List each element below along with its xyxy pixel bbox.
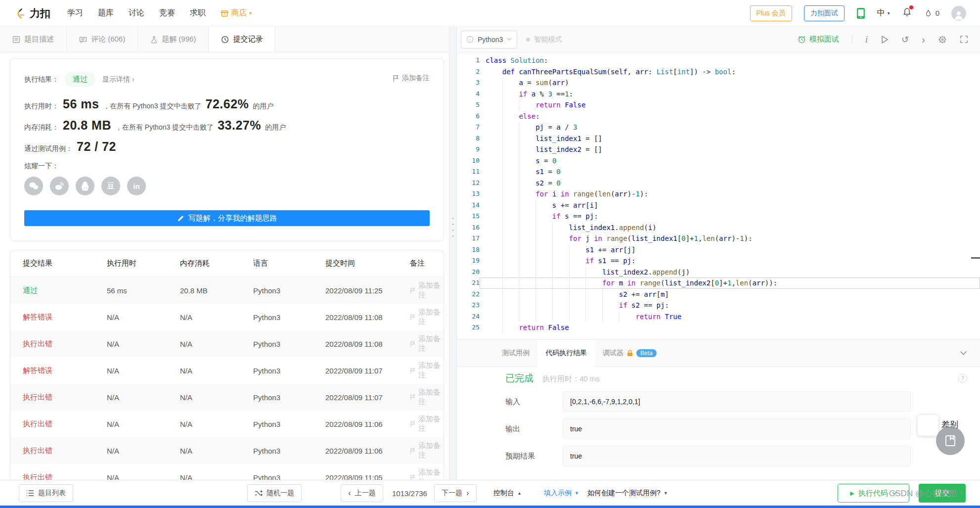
submission-row[interactable]: 执行出错N/AN/APython32022/08/09 11:06添加备注 <box>10 411 444 437</box>
menu-item-learn[interactable]: 学习 <box>67 8 83 18</box>
share-linkedin-icon[interactable]: in <box>127 177 146 195</box>
random-problem-button[interactable]: 随机一题 <box>247 484 302 502</box>
language-select[interactable]: i Python3 <box>461 31 517 48</box>
submission-row[interactable]: 执行出错N/AN/APython32022/08/09 11:05添加备注 <box>10 464 444 480</box>
row-add-note-button[interactable]: 添加备注 <box>410 308 444 326</box>
leetcode-logo[interactable]: 力扣 <box>14 6 50 20</box>
plus-member-button[interactable]: Plus 会员 <box>750 5 792 21</box>
tab-testcase[interactable]: 测试用例 <box>494 340 537 367</box>
share-weibo-icon[interactable] <box>50 177 69 195</box>
mobile-app-icon[interactable] <box>856 7 865 19</box>
row-add-note-button[interactable]: 添加备注 <box>410 388 444 407</box>
streak-counter[interactable]: 0 <box>924 8 939 19</box>
cell[interactable]: 执行出错 <box>23 393 107 402</box>
notes-floating-button[interactable] <box>936 426 965 455</box>
cell[interactable]: 执行出错 <box>23 446 107 456</box>
code-editor[interactable]: 1class Solution:2 def canThreePartsEqual… <box>457 52 980 339</box>
code-line[interactable]: 10 s = 0 <box>457 155 980 167</box>
submission-row[interactable]: 解答错误N/AN/APython32022/08/09 11:08添加备注 <box>10 304 444 330</box>
tab-debugger[interactable]: 调试器 Beta <box>595 340 665 367</box>
menu-item-contest[interactable]: 竞赛 <box>159 8 175 18</box>
row-add-note-button[interactable]: 添加备注 <box>410 281 444 300</box>
console-toggle[interactable]: 控制台 ▲ <box>493 480 522 506</box>
code-line[interactable]: 4 if a % 3 ==1: <box>457 89 980 100</box>
smart-mode-indicator[interactable]: 智能模式 <box>526 35 562 44</box>
status-badge[interactable]: 通过 <box>65 72 95 87</box>
menu-item-problems[interactable]: 题库 <box>98 8 114 18</box>
language-switcher[interactable]: 中 ▾ <box>877 8 890 18</box>
code-line[interactable]: 19 if s1 == pj: <box>457 255 980 267</box>
code-line[interactable]: 22 s2 += arr[m] <box>457 289 980 300</box>
editor-scrollbar-thumb[interactable] <box>971 257 980 259</box>
cell[interactable]: 执行出错 <box>23 419 107 429</box>
fullscreen-icon[interactable] <box>960 35 968 44</box>
cell[interactable]: 通过 <box>23 286 107 295</box>
submission-row[interactable]: 解答错误N/AN/APython32022/08/09 11:07添加备注 <box>10 357 444 384</box>
tab-solutions[interactable]: 题解 (996) <box>138 27 209 52</box>
console-chevron-icon[interactable]: › <box>922 34 925 45</box>
code-line[interactable]: 7 pj = a / 3 <box>457 122 980 133</box>
code-line[interactable]: 23 if s2 == pj: <box>457 300 980 311</box>
code-line[interactable]: 17 for j in range(list_index1[0]+1,len(a… <box>457 233 980 244</box>
code-line[interactable]: 5 return False <box>457 99 980 111</box>
submission-row[interactable]: 通过56 ms20.8 MBPython32022/08/09 11:25添加备… <box>10 277 444 304</box>
code-line[interactable]: 24 return True <box>457 311 980 323</box>
notifications-button[interactable] <box>902 6 912 20</box>
problem-list-button[interactable]: 题目列表 <box>19 484 73 502</box>
code-line[interactable]: 25 return False <box>457 322 980 333</box>
menu-item-discuss[interactable]: 讨论 <box>129 8 144 18</box>
submission-row[interactable]: 执行出错N/AN/APython32022/08/09 11:08添加备注 <box>10 330 444 357</box>
menu-item-jobs[interactable]: 求职 <box>190 8 206 18</box>
cell[interactable]: 解答错误 <box>23 313 107 322</box>
tab-submissions[interactable]: 提交记录 <box>209 27 275 52</box>
leetcode-interview-button[interactable]: 力扣面试 <box>804 5 845 21</box>
add-note-button[interactable]: 添加备注 <box>393 74 430 83</box>
row-add-note-button[interactable]: 添加备注 <box>410 361 444 380</box>
reset-code-icon[interactable]: ↺ <box>901 35 909 44</box>
row-add-note-button[interactable]: 添加备注 <box>410 415 444 433</box>
share-qq-icon[interactable] <box>76 177 94 195</box>
show-details-link[interactable]: 显示详情 › <box>102 75 134 84</box>
code-line[interactable]: 18 s1 += arr[j] <box>457 244 980 256</box>
run-icon[interactable] <box>881 35 889 44</box>
code-line[interactable]: 15 if s == pj: <box>457 211 980 222</box>
tab-run-result[interactable]: 代码执行结果 <box>537 340 595 367</box>
code-line[interactable]: 9 list_index2 = [] <box>457 144 980 155</box>
share-douban-icon[interactable]: 豆 <box>101 177 120 195</box>
cell[interactable]: 执行出错 <box>23 339 107 349</box>
code-line[interactable]: 13 for i in range(len(arr)-1): <box>457 188 980 200</box>
next-problem-button[interactable]: 下一题 › <box>434 484 477 502</box>
menu-item-store[interactable]: 商店 ▾ <box>221 8 252 18</box>
tab-description[interactable]: 题目描述 <box>0 27 67 52</box>
submission-row[interactable]: 执行出错N/AN/APython32022/08/09 11:07添加备注 <box>10 384 444 411</box>
mock-interview-button[interactable]: 模拟面试 <box>798 35 839 44</box>
code-line[interactable]: 6 else: <box>457 111 980 122</box>
cell[interactable]: 执行出错 <box>23 473 107 480</box>
share-wechat-icon[interactable] <box>24 177 43 195</box>
code-line[interactable]: 12 s2 = 0 <box>457 178 980 189</box>
help-icon[interactable]: ? <box>958 374 967 383</box>
code-line[interactable]: 14 s += arr[i] <box>457 200 980 211</box>
code-line[interactable]: 11 s1 = 0 <box>457 166 980 178</box>
pane-splitter[interactable] <box>449 27 457 480</box>
settings-gear-icon[interactable] <box>938 35 947 44</box>
code-line[interactable]: 3 a = sum(arr) <box>457 77 980 89</box>
cell[interactable]: 解答错误 <box>23 366 107 375</box>
editor-info-icon[interactable]: i <box>865 35 868 44</box>
submission-row[interactable]: 执行出错N/AN/APython32022/08/09 11:06添加备注 <box>10 437 444 464</box>
code-line[interactable]: 8 list_index1 = [] <box>457 133 980 144</box>
code-line[interactable]: 16 list_index1.append(i) <box>457 222 980 233</box>
avatar[interactable] <box>951 6 966 21</box>
input-value-box[interactable]: [0,2,1,-6,6,-7,9,1,2,0,1] <box>563 391 911 412</box>
tab-comments[interactable]: 评论 (606) <box>67 27 138 52</box>
collapse-console-icon[interactable] <box>960 351 967 356</box>
code-line[interactable]: 20 list_index2.append(j) <box>457 267 980 278</box>
row-add-note-button[interactable]: 添加备注 <box>410 441 444 460</box>
fill-example-button[interactable]: 填入示例 ▼ <box>544 480 579 506</box>
code-line[interactable]: 1class Solution: <box>457 55 980 66</box>
howto-testcase-link[interactable]: 如何创建一个测试用例? ▼ <box>587 480 668 506</box>
diff-tool-button[interactable] <box>918 415 938 436</box>
code-line[interactable]: 2 def canThreePartsEqualSum(self, arr: L… <box>457 66 980 78</box>
write-solution-button[interactable]: 写题解，分享我的解题思路 <box>24 210 430 226</box>
code-line[interactable]: 21 for m in range(list_index2[0]+1,len(a… <box>457 277 980 289</box>
